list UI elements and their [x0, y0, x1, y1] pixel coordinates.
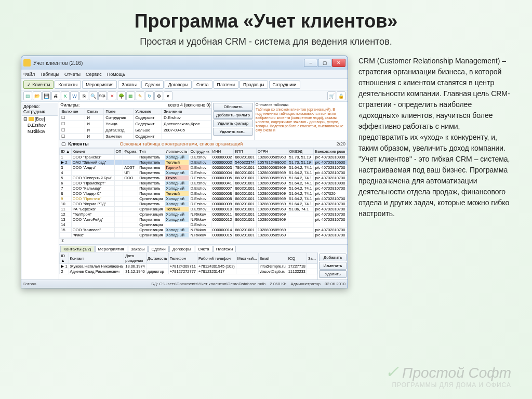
app-window: Учет клиентов (2.16) – ▢ ✕ Файл Таблицы … — [21, 56, 348, 288]
clients-title: Клиенты — [68, 141, 88, 147]
settings-icon[interactable]: ⚙ — [154, 91, 163, 100]
tab-clients[interactable]: ✓ Клиенты — [23, 81, 54, 89]
excel-icon[interactable]: X — [61, 91, 70, 100]
tree-panel: Дерево: Сотрудник ⊟ [Все] D.Ershov N.Rik… — [21, 102, 59, 280]
filter-row[interactable]: ☐ИДатаСоздБольше2007-09-05 — [60, 127, 211, 134]
tree-label: Дерево: Сотрудник — [23, 104, 57, 114]
tree-node[interactable]: D.Ershov — [22, 122, 58, 128]
tree-root[interactable]: ⊟ [Все] — [22, 116, 58, 122]
edit-contact-button[interactable]: Изменить — [319, 262, 347, 270]
maximize-button[interactable]: ▢ — [318, 59, 331, 67]
clients-grid[interactable]: ID ▲КлиентОПФормаТипЛояльностьСотрудникИ… — [59, 148, 348, 238]
status-size: 2 068 Kb — [270, 282, 286, 286]
refresh-icon[interactable]: ↻ — [145, 91, 154, 100]
refresh-button[interactable]: Обновить — [213, 103, 253, 111]
subtab-orders[interactable]: Заказы — [128, 246, 148, 252]
table-row[interactable]: 9ООО "Престиж"ОрганизацияХолодныйD.Ersho… — [60, 196, 348, 202]
menu-help[interactable]: Помощь — [107, 72, 125, 77]
sql-icon[interactable]: SQL — [98, 91, 107, 100]
menu-tables[interactable]: Таблицы — [40, 72, 59, 77]
edit-icon[interactable]: ✎ — [136, 91, 144, 100]
table-row[interactable]: ▶ 1Жукова Наталья Николаевна18.06.1974+7… — [60, 264, 317, 269]
more-icon[interactable]: ▾ — [164, 91, 172, 100]
del-contact-button[interactable]: Удалить — [319, 270, 347, 278]
contacts-grid[interactable]: ID ▲КонтактДата рожденияДолжностьТелефон… — [59, 252, 317, 280]
clients-count: 2/20 — [336, 141, 345, 147]
word-icon[interactable]: W — [70, 91, 79, 100]
app-icon — [23, 59, 31, 66]
tab-deals[interactable]: Сделки — [141, 81, 164, 89]
main-tabs: ✓ Клиенты Контакты Мероприятия Заказы Сд… — [21, 79, 348, 90]
titlebar[interactable]: Учет клиентов (2.16) – ▢ ✕ — [21, 56, 348, 70]
open-icon[interactable]: 📂 — [33, 91, 42, 100]
status-date: 02.06.2010 — [325, 282, 345, 286]
slide-title: Программа «Учет клиентов» — [21, 10, 511, 32]
subtab-payments[interactable]: Платежи — [213, 246, 236, 252]
cart-icon[interactable]: 🛒 — [327, 91, 336, 100]
tab-contacts[interactable]: Контакты — [55, 81, 81, 89]
tab-events[interactable]: Мероприятия — [82, 81, 117, 89]
menu-reports[interactable]: Отчеты — [64, 72, 81, 77]
status-ready: Готово — [23, 282, 36, 286]
table-description: Описание таблицы: Таблица со списком кли… — [254, 102, 348, 140]
menubar: Файл Таблицы Отчеты Сервис Помощь — [21, 70, 348, 79]
subtab-events[interactable]: Мероприятия — [95, 246, 127, 252]
subtab-contacts[interactable]: Контакты (1/2) — [60, 246, 94, 252]
copy-icon[interactable]: ⎘ — [79, 91, 88, 100]
lock-icon[interactable]: 🔒 — [337, 91, 345, 100]
menu-file[interactable]: Файл — [23, 72, 35, 77]
menu-service[interactable]: Сервис — [86, 72, 102, 77]
status-user: Администратор — [290, 282, 321, 286]
table-row[interactable]: 10ООО "Фирма РТД"ПокупательХолодныйD.Ers… — [60, 202, 348, 207]
filter-row[interactable]: ☐ИЗаметкиСодержит — [60, 134, 211, 140]
tree-icon[interactable]: 🌳 — [117, 91, 126, 100]
tab-payments[interactable]: Платежи — [214, 81, 238, 89]
tab-contracts[interactable]: Договоры — [165, 81, 192, 89]
table-row[interactable]: 12"ТелПром"ОрганизацияХолодныйN.Rikkov00… — [60, 212, 348, 217]
delete-icon[interactable]: ✕ — [108, 91, 116, 100]
filter-grid[interactable]: ВключенСвязьПолеУсловиеЗначение☐ИСотрудн… — [59, 108, 211, 140]
find-icon[interactable]: 🔍 — [89, 91, 98, 100]
table-row[interactable]: 3ООО "Андго"АОЗТПокупательГорячийD.Ersho… — [60, 165, 348, 170]
tab-staff[interactable]: Сотрудники — [269, 81, 300, 89]
table-row[interactable]: 14ОрганизацияD.Ershov — [60, 222, 348, 228]
table-row[interactable]: 8ООО "Лидер-С"ПокупательТеплыйD.Ershov00… — [60, 191, 348, 196]
new-icon[interactable]: ▤ — [23, 91, 32, 100]
tab-invoices[interactable]: Счета — [193, 81, 212, 89]
subtab-deals[interactable]: Сделки — [148, 246, 168, 252]
filter-row[interactable]: ☐ИУлицаСодержитДостоевского,Крас — [60, 121, 211, 127]
table-row[interactable]: 4ЧППокупательХолодныйD.Ershov00000000486… — [60, 170, 348, 176]
table-row[interactable]: 5ООО "Северный Бри"ОООПокупательОтказD.E… — [60, 176, 348, 181]
print-icon[interactable]: 🖨 — [51, 91, 60, 100]
sub-tabs: Контакты (1/2) Мероприятия Заказы Сделки… — [59, 244, 348, 252]
subtab-contracts[interactable]: Договоры — [169, 246, 194, 252]
subtab-invoices[interactable]: Счета — [195, 246, 212, 252]
tab-sellers[interactable]: Продавцы — [240, 81, 268, 89]
save-icon[interactable]: 💾 — [42, 91, 51, 100]
clients-subtitle: Основная таблица с контрагентами, список… — [120, 141, 243, 147]
add-contact-button[interactable]: Добавить — [319, 254, 347, 261]
table-row[interactable]: "Фикс"ОрганизацияХолодныйN.Rikkov0000000… — [60, 233, 348, 238]
tree-node[interactable]: N.Rikkov — [22, 128, 58, 135]
table-row[interactable]: 13ООО "АвтоРейд"ПокупательХолодныйN.Rikk… — [60, 217, 348, 222]
folder-icon — [29, 117, 34, 121]
sum-row: Σ — [59, 238, 348, 244]
close-button[interactable]: ✕ — [332, 59, 345, 67]
table-row[interactable]: 15ООО "Компасс"ОрганизацияХолодныйN.Rikk… — [60, 228, 348, 233]
tab-orders[interactable]: Заказы — [118, 81, 140, 89]
minimize-button[interactable]: – — [304, 59, 317, 67]
clients-panel: ▢ Клиенты Основная таблица с контрагента… — [59, 140, 348, 244]
table-row[interactable]: ▶ 2ОАО "Зимний сад"ПокупательТеплыйD.Ers… — [60, 160, 348, 165]
table-row[interactable]: 11РА "Березка"ОрганизацияТеплыйD.Ershov0… — [60, 207, 348, 212]
table-row[interactable]: 7ООО "Кальмар"ПокупательХолодныйD.Ershov… — [60, 186, 348, 191]
table-row[interactable]: 1ООО "Трансгаз"ПокупательХолодныйD.Ersho… — [60, 155, 348, 160]
add-filter-button[interactable]: Добавить фильтр — [213, 111, 253, 119]
status-db: БД: C:\Users\Documents\Учет клиентов\Dem… — [151, 282, 265, 286]
filter-row[interactable]: ☐ИСотрудникСодержитD.Ershov — [60, 115, 211, 121]
delall-filter-button[interactable]: Удалить все... — [213, 128, 253, 136]
slide-description: CRM (Customer Relationship Management) –… — [358, 56, 511, 288]
form-icon[interactable]: ▦ — [126, 91, 135, 100]
table-row[interactable]: 6ООО "Промспорт"ПокупательХолодныйD.Ersh… — [60, 181, 348, 186]
table-row[interactable]: 2Аджиев Саид Рамазанович31.12.1940директ… — [60, 269, 317, 274]
del-filter-button[interactable]: Удалить фильтр — [213, 119, 253, 127]
